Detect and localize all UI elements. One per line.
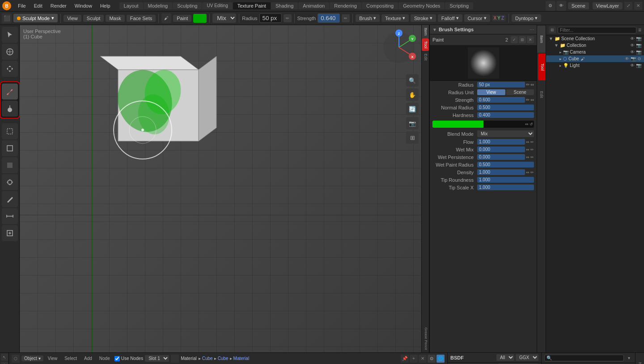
toolbar-icon-move[interactable] [2,61,18,77]
scene-collection-camera[interactable]: 📷 [636,36,641,41]
menu-edit[interactable]: Edit [30,2,46,9]
blender-logo[interactable]: B [2,1,12,11]
texture-dropdown[interactable]: Texture ▾ [381,14,409,22]
breadcrumb-material[interactable]: Material [233,356,250,361]
bsdf-all-select[interactable]: All [496,354,514,361]
menu-file[interactable]: File [14,2,30,9]
density-link-icon[interactable]: ⇔ [526,170,530,175]
slot-selector[interactable]: Slot 1 [145,355,169,362]
collection-eye[interactable]: 👁 [630,43,635,48]
paint-color-swatch[interactable] [193,14,207,23]
node-new-icon[interactable]: + [410,355,418,363]
outliner-item-collection[interactable]: ▼ 📁 Collection 👁 📷 [551,42,644,49]
vp-camera-icon[interactable]: 📷 [406,117,419,130]
toolbar-icon-add[interactable] [2,225,18,241]
radius-value[interactable]: 50 px [477,82,525,88]
paint-slot-icon1[interactable]: ✓ [511,36,518,43]
normal-radius-value[interactable]: 0.500 [477,105,534,110]
light-expand[interactable]: ▸ [559,63,562,68]
material-type-icon[interactable] [171,355,179,363]
use-nodes-checkbox[interactable] [114,356,120,361]
tab-layout[interactable]: Layout [119,2,143,9]
collapse-arrow-brush[interactable]: ▼ [432,27,437,32]
cube-expand[interactable]: ▸ [559,57,562,61]
menu-window[interactable]: Window [71,2,96,9]
toolbar-icon-cursor[interactable] [2,44,18,60]
radius-icon[interactable]: ✏ [284,14,292,22]
vtab-item-right[interactable]: Item [537,26,546,53]
scene-collection-expand[interactable]: ▼ [549,36,553,41]
outliner-item-light[interactable]: ▸ 💡 Light 👁 📷 [546,62,644,69]
radius-link-icon[interactable]: ⇔ [530,82,534,87]
gradient-refresh-icon[interactable]: ↺ [530,122,533,126]
outliner-search-input[interactable] [558,27,636,33]
wet-mix-link-icon[interactable]: ⇔ [526,147,530,152]
wet-persistence-edit-icon[interactable]: ✏ [530,155,534,159]
strength-icon[interactable]: ✏ [342,14,350,22]
wet-mix-edit-icon[interactable]: ✏ [530,147,534,152]
strength-link-icon[interactable]: ⇔ [530,97,534,102]
cube-eye[interactable]: 👁 [625,56,629,61]
node-view-menu[interactable]: View [45,356,60,361]
strength-value[interactable]: 0.600 [477,97,525,103]
tab-modeling[interactable]: Modeling [144,2,173,9]
paint-icon[interactable]: 🖌 [161,13,171,23]
node-vtab-node[interactable]: Node [636,354,644,364]
outliner-item-cube[interactable]: ▸ ⬡ Cube 🖌 👁 📷 ⚙ [546,55,644,62]
radius-input[interactable] [259,13,282,23]
vp-orbit-icon[interactable]: 🔄 [406,103,419,115]
vtab-item[interactable]: Item [422,25,429,38]
wet-persistence-link-icon[interactable]: ⇔ [526,155,530,159]
color-gradient-bar[interactable]: ⇔ ↺ [432,121,534,128]
collection-camera[interactable]: 📷 [636,43,641,48]
node-viewport-icon[interactable]: 🌐 [436,355,445,363]
toolbar-icon-measure[interactable] [2,208,18,224]
breadcrumb-cube1[interactable]: Cube [202,356,213,361]
viewport-display-icon[interactable]: 👁 [556,1,566,11]
node-add-menu[interactable]: Add [81,356,95,361]
menu-render[interactable]: Render [47,2,70,9]
radius-unit-view[interactable]: View [477,89,505,95]
collection-expand[interactable]: ▼ [554,43,559,48]
node-props-search[interactable]: 🔍 [544,355,624,361]
blend-mode-dropdown[interactable]: Mix [212,13,236,23]
toolbar-icon-paint-brush[interactable] [2,84,18,100]
hardness-value[interactable]: 0.400 [477,112,534,118]
outliner-filter-icon[interactable]: ≡ [638,27,641,33]
outliner-type-icon[interactable]: ⊞ [549,26,556,33]
face-sets-menu[interactable]: Face Sets [127,15,156,22]
cube-cam[interactable]: 📷 [631,56,636,61]
vtab-edit-right[interactable]: Edit [537,81,546,108]
view-menu[interactable]: View [64,15,81,22]
mode-selector[interactable]: Sculpt Mode ▾ [13,14,58,22]
radius-edit-icon[interactable]: ✏ [526,82,530,87]
navigation-gizmo[interactable]: Z Y X [381,29,417,66]
node-sidebar-select[interactable]: ↖ [1,354,8,361]
brush-dropdown[interactable]: Brush ▾ [356,14,380,22]
node-select-menu[interactable]: Select [62,356,80,361]
density-edit-icon[interactable]: ✏ [530,170,534,175]
node-editor-type-icon[interactable]: ⬡ [12,355,20,363]
flow-value[interactable]: 1.000 [477,139,525,145]
strength-input[interactable] [318,13,340,23]
expand-icon[interactable]: ⤢ [624,2,632,10]
cube-render[interactable]: ⚙ [637,56,641,61]
toolbar-icon-box-hide[interactable] [2,140,18,156]
paint-slot-icon2[interactable]: ⊞ [519,36,526,43]
bsdf-type-select[interactable]: GGX [516,354,538,361]
vtab-tool[interactable]: Tool [422,38,429,51]
tab-scripting[interactable]: Scripting [445,2,473,9]
camera-eye[interactable]: 👁 [630,50,635,54]
vtab-grease-pencil[interactable]: Grease Pencil [422,325,429,352]
tab-uv-editing[interactable]: UV Editing [202,2,232,9]
object-mode-indicator[interactable]: Object ▾ [21,356,43,361]
tab-shading[interactable]: Shading [271,2,298,9]
tab-rendering[interactable]: Rendering [330,2,361,9]
flow-edit-icon[interactable]: ✏ [530,140,534,144]
density-value[interactable]: 1.000 [477,169,525,175]
tab-sculpting[interactable]: Sculpting [173,2,202,9]
vp-grid-icon[interactable]: ⊞ [406,131,419,144]
scene-name[interactable]: Scene [568,2,589,9]
brush-settings-dots[interactable]: ⋯ [530,27,534,32]
viewlayer-name[interactable]: ViewLayer [593,2,623,9]
